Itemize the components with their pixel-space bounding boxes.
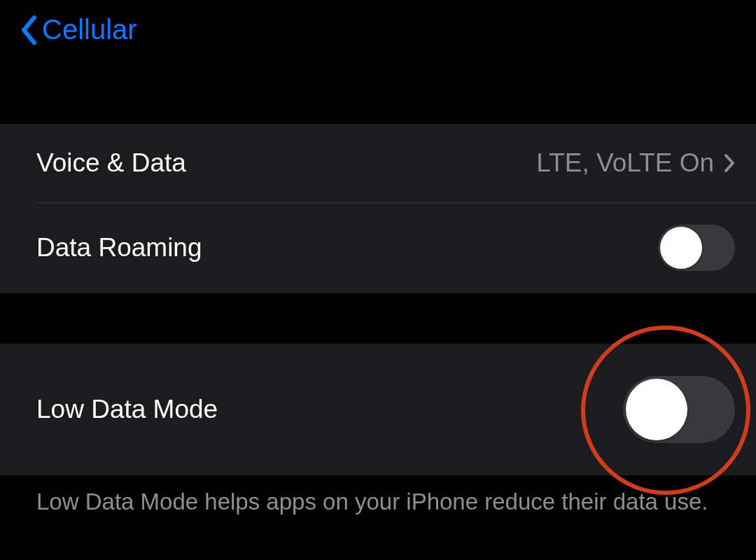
back-label: Cellular bbox=[42, 14, 137, 46]
data-roaming-row: Data Roaming bbox=[0, 202, 756, 293]
settings-group-lowdata: Low Data Mode bbox=[0, 344, 756, 475]
low-data-mode-toggle[interactable] bbox=[623, 376, 735, 443]
chevron-right-icon bbox=[724, 153, 735, 173]
spacer bbox=[0, 293, 756, 344]
settings-group-cellular: Voice & Data LTE, VoLTE On Data Roaming bbox=[0, 124, 756, 293]
voice-data-value: LTE, VoLTE On bbox=[536, 148, 714, 178]
toggle-knob bbox=[660, 227, 702, 269]
voice-data-row[interactable]: Voice & Data LTE, VoLTE On bbox=[0, 124, 756, 202]
nav-bar: Cellular bbox=[0, 0, 756, 59]
voice-data-value-container: LTE, VoLTE On bbox=[536, 148, 735, 178]
chevron-left-icon bbox=[20, 15, 38, 46]
data-roaming-toggle[interactable] bbox=[658, 225, 735, 271]
voice-data-label: Voice & Data bbox=[36, 148, 186, 178]
low-data-mode-row: Low Data Mode bbox=[0, 344, 756, 475]
toggle-knob bbox=[626, 379, 687, 440]
data-roaming-label: Data Roaming bbox=[36, 233, 202, 262]
low-data-mode-label: Low Data Mode bbox=[36, 395, 218, 424]
low-data-mode-footer: Low Data Mode helps apps on your iPhone … bbox=[0, 475, 756, 532]
back-button[interactable]: Cellular bbox=[20, 14, 137, 46]
spacer bbox=[0, 59, 756, 124]
